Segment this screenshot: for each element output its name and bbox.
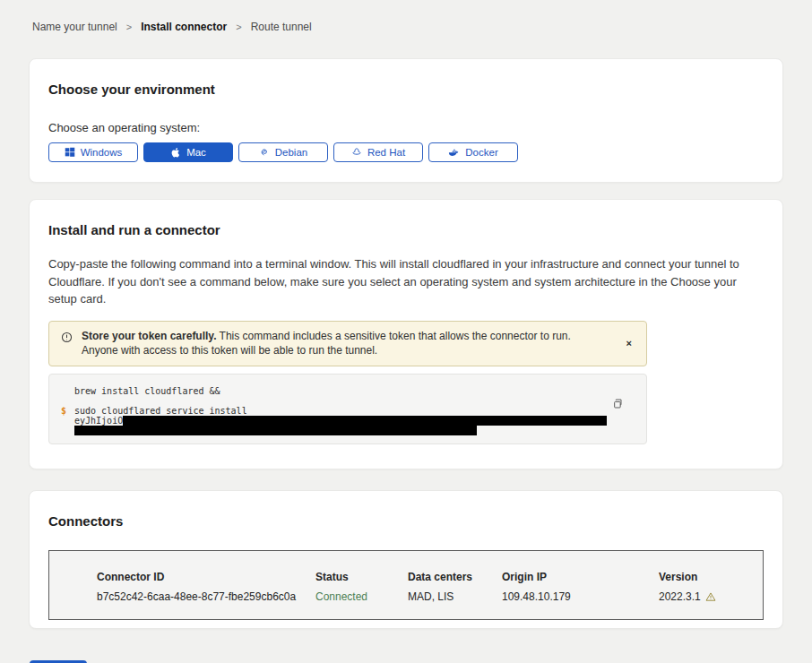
connectors-card: Connectors Connector ID Status Data cent… — [29, 490, 783, 629]
os-button-mac[interactable]: Mac — [143, 142, 233, 162]
table-row: b7c52c42-6caa-48ee-8c77-fbe259cb6c0a Con… — [97, 590, 754, 603]
tunnel-setup-page: Name your tunnel > Install connector > R… — [0, 0, 812, 663]
header-status: Status — [315, 571, 408, 583]
connector-id-value: b7c52c42-6caa-48ee-8c77-fbe259cb6c0a — [97, 590, 315, 603]
token-redaction-bar — [123, 416, 607, 426]
shell-prompt: $ — [61, 406, 66, 416]
token-warning-text: Store your token carefully. This command… — [82, 329, 621, 358]
choose-environment-card: Choose your environment Choose an operat… — [29, 58, 783, 183]
install-card-title: Install and run a connector — [48, 223, 764, 237]
connectors-table-header: Connector ID Status Data centers Origin … — [97, 571, 754, 583]
breadcrumb-step-name-your-tunnel[interactable]: Name your tunnel — [32, 21, 117, 33]
data-centers-value: MAD, LIS — [408, 590, 502, 603]
install-connector-card: Install and run a connector Copy-paste t… — [29, 199, 783, 469]
token-warning-bold: Store your token carefully. — [82, 330, 217, 342]
os-button-windows[interactable]: Windows — [48, 142, 138, 162]
breadcrumb-separator: > — [236, 22, 241, 32]
environment-card-title: Choose your environment — [48, 82, 764, 97]
header-connector-id: Connector ID — [97, 571, 315, 583]
os-button-label: Docker — [465, 147, 497, 158]
version-value: 2022.3.1 — [659, 590, 754, 603]
breadcrumb-step-install-connector[interactable]: Install connector — [141, 21, 227, 33]
windows-icon — [65, 147, 75, 158]
os-button-label: Red Hat — [367, 147, 405, 158]
os-button-debian[interactable]: Debian — [238, 142, 328, 162]
debian-icon — [259, 147, 270, 158]
os-select-label: Choose an operating system: — [48, 121, 764, 134]
os-button-label: Mac — [186, 147, 206, 158]
status-badge: Connected — [315, 590, 408, 603]
os-button-label: Windows — [81, 147, 123, 158]
code-line-token: eyJhIjoiO — [49, 416, 646, 426]
token-prefix: eyJhIjoiO — [74, 416, 123, 426]
redhat-icon — [351, 147, 362, 158]
breadcrumb-step-route-tunnel[interactable]: Route tunnel — [251, 21, 312, 33]
os-button-label: Debian — [275, 147, 307, 158]
os-button-docker[interactable]: Docker — [428, 142, 518, 162]
breadcrumb: Name your tunnel > Install connector > R… — [29, 0, 783, 33]
os-button-group: Windows Mac Debian — [48, 142, 764, 162]
copy-icon[interactable] — [609, 396, 625, 411]
warning-triangle-icon — [705, 591, 716, 602]
alert-circle-icon — [61, 332, 73, 343]
token-warning-banner: Store your token carefully. This command… — [48, 321, 647, 366]
header-data-centers: Data centers — [408, 571, 502, 583]
connectors-card-title: Connectors — [48, 514, 764, 529]
token-redaction-bar — [74, 426, 477, 435]
header-version: Version — [659, 571, 754, 583]
header-origin-ip: Origin IP — [502, 571, 659, 583]
connectors-table: Connector ID Status Data centers Origin … — [48, 550, 764, 620]
docker-icon — [448, 147, 460, 159]
install-command-code-block: brew install cloudflared && $sudo cloudf… — [48, 374, 647, 445]
code-line-brew: brew install cloudflared && — [49, 386, 646, 396]
install-description: Copy-paste the following command into a … — [48, 255, 764, 308]
os-button-redhat[interactable]: Red Hat — [333, 142, 423, 162]
close-icon[interactable]: × — [621, 334, 637, 352]
code-line-service-install: $sudo cloudflared service install — [49, 406, 646, 416]
breadcrumb-separator: > — [126, 22, 132, 32]
apple-icon — [170, 147, 181, 158]
origin-ip-value: 109.48.10.179 — [502, 590, 659, 603]
